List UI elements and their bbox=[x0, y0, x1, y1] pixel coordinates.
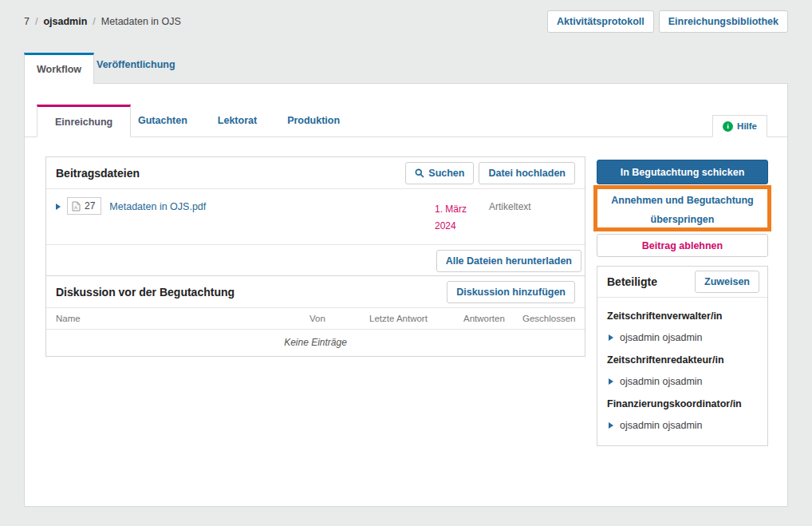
tab-production[interactable]: Produktion bbox=[272, 115, 355, 126]
svg-text:A: A bbox=[74, 205, 77, 210]
workflow-tabbar: Gutachten Lektorat Produktion bbox=[123, 105, 355, 136]
column-from: Von bbox=[309, 314, 369, 323]
upload-file-button[interactable]: Datei hochladen bbox=[479, 162, 575, 184]
breadcrumb-title: Metadaten in OJS bbox=[101, 16, 181, 27]
breadcrumb-separator: / bbox=[93, 16, 95, 27]
help-label: Hilfe bbox=[737, 121, 757, 131]
breadcrumb-author: ojsadmin bbox=[43, 16, 87, 27]
participants-panel: Beteiligte Zuweisen Zeitschriftenverwalt… bbox=[597, 266, 768, 446]
info-icon: i bbox=[723, 121, 733, 132]
discussions-title: Diskussion vor der Begutachtung bbox=[56, 286, 235, 299]
file-genre: Artikeltext bbox=[489, 201, 575, 212]
column-closed: Geschlossen bbox=[522, 314, 580, 323]
assign-button[interactable]: Zuweisen bbox=[695, 271, 759, 293]
decline-submission-button[interactable]: Beitrag ablehnen bbox=[597, 234, 768, 257]
decline-submission-label: Beitrag ablehnen bbox=[642, 240, 723, 251]
expand-arrow-icon[interactable] bbox=[609, 422, 613, 429]
tab-submission-label: Einreichung bbox=[55, 117, 112, 128]
participant-row: ojsadmin ojsadmin bbox=[597, 322, 767, 343]
participant-name[interactable]: ojsadmin ojsadmin bbox=[620, 420, 703, 431]
participant-role: Zeitschriftenverwalter/in bbox=[597, 299, 767, 322]
discussions-table-header: Name Von Letzte Antwort Antworten Geschl… bbox=[46, 308, 585, 330]
pre-review-discussions-panel: Diskussion vor der Begutachtung Diskussi… bbox=[45, 275, 585, 357]
download-all-files-button[interactable]: Alle Dateien herunterladen bbox=[436, 250, 581, 272]
expand-arrow-icon[interactable] bbox=[56, 204, 61, 210]
search-icon bbox=[415, 168, 424, 178]
tab-workflow-label: Workflow bbox=[37, 64, 81, 75]
participants-header: Beteiligte Zuweisen bbox=[597, 267, 767, 298]
search-button-label: Suchen bbox=[428, 168, 464, 179]
submission-library-button[interactable]: Einreichungsbibliothek bbox=[659, 10, 788, 33]
participant-name[interactable]: ojsadmin ojsadmin bbox=[620, 332, 703, 343]
expand-arrow-icon[interactable] bbox=[609, 378, 613, 385]
tab-workflow[interactable]: Workflow bbox=[24, 53, 94, 84]
tab-publication[interactable]: Veröffentlichung bbox=[97, 59, 175, 70]
expand-arrow-icon[interactable] bbox=[609, 334, 613, 341]
add-discussion-button[interactable]: Diskussion hinzufügen bbox=[447, 281, 575, 303]
participants-title: Beteiligte bbox=[607, 275, 657, 288]
participant-role: Finanzierungskoordinator/in bbox=[597, 387, 767, 409]
column-last-reply: Letzte Antwort bbox=[369, 314, 463, 323]
participant-row: ojsadmin ojsadmin bbox=[597, 409, 767, 431]
file-name-link[interactable]: Metadaten in OJS.pdf bbox=[109, 201, 435, 212]
empty-state-label: Keine Einträge bbox=[46, 330, 585, 356]
submission-files-header: Beitragsdateien Suchen Datei hochladen bbox=[46, 157, 585, 189]
breadcrumb: 7/ojsadmin/Metadaten in OJS bbox=[24, 16, 181, 27]
file-date: 1. März 2024 bbox=[435, 201, 484, 235]
participant-role: Zeitschriftenredakteur/in bbox=[597, 343, 767, 366]
column-name: Name bbox=[56, 314, 309, 323]
search-button[interactable]: Suchen bbox=[405, 162, 474, 184]
column-replies: Antworten bbox=[463, 314, 522, 323]
activity-log-button[interactable]: Aktivitätsprotokoll bbox=[547, 10, 654, 33]
pdf-file-icon: A bbox=[72, 201, 81, 212]
file-id: 27 bbox=[85, 200, 95, 212]
participants-list: Zeitschriftenverwalter/in ojsadmin ojsad… bbox=[597, 298, 767, 431]
submission-files-footer: Alle Dateien herunterladen bbox=[46, 245, 585, 277]
tab-copyediting[interactable]: Lektorat bbox=[203, 115, 272, 126]
annotation-highlight-box: Annehmen und Begutachtung überspringen bbox=[593, 185, 771, 231]
tab-review[interactable]: Gutachten bbox=[123, 115, 203, 126]
submission-files-title: Beitragsdateien bbox=[56, 167, 140, 180]
discussions-header: Diskussion vor der Begutachtung Diskussi… bbox=[46, 276, 585, 308]
workflow-tabbar-divider bbox=[25, 136, 787, 137]
ojs-workflow-page: 7/ojsadmin/Metadaten in OJS Aktivitätspr… bbox=[0, 0, 812, 526]
tab-submission[interactable]: Einreichung bbox=[37, 105, 131, 137]
breadcrumb-id: 7 bbox=[24, 16, 30, 27]
file-id-badge: A 27 bbox=[67, 197, 101, 215]
file-row: A 27 Metadaten in OJS.pdf 1. März 2024 A… bbox=[46, 189, 585, 245]
participant-name[interactable]: ojsadmin ojsadmin bbox=[620, 376, 703, 387]
send-to-review-button[interactable]: In Begutachtung schicken bbox=[597, 160, 768, 184]
help-button[interactable]: i Hilfe bbox=[712, 115, 767, 137]
submission-files-panel: Beitragsdateien Suchen Datei hochladen A… bbox=[45, 156, 585, 278]
send-to-review-label: In Begutachtung schicken bbox=[621, 167, 745, 178]
header-actions: Aktivitätsprotokoll Einreichungsbiblioth… bbox=[547, 10, 788, 33]
breadcrumb-separator: / bbox=[35, 16, 37, 27]
participant-row: ojsadmin ojsadmin bbox=[597, 366, 767, 387]
tab-publication-label: Veröffentlichung bbox=[97, 59, 175, 70]
accept-skip-review-button[interactable]: Annehmen und Begutachtung überspringen bbox=[597, 189, 767, 227]
